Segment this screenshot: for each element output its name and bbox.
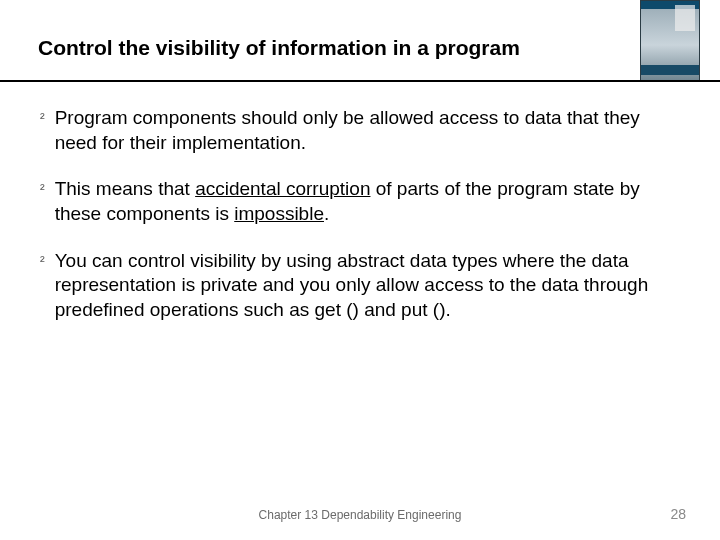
bullet-item: ²You can control visibility by using abs…	[38, 249, 682, 323]
slide-body: ²Program components should only be allow…	[38, 80, 682, 323]
text-segment: .	[324, 203, 329, 224]
text-segment: You can control visibility by using abst…	[55, 250, 649, 320]
bullet-item: ²This means that accidental corruption o…	[38, 177, 682, 226]
footer-text: Chapter 13 Dependability Engineering	[0, 508, 720, 522]
bullet-text: You can control visibility by using abst…	[55, 249, 682, 323]
slide: Control the visibility of information in…	[0, 0, 720, 540]
text-segment: Program components should only be allowe…	[55, 107, 640, 153]
text-segment: This means that	[55, 178, 195, 199]
page-number: 28	[670, 506, 686, 522]
book-cover-image	[640, 0, 700, 82]
bullet-item: ²Program components should only be allow…	[38, 106, 682, 155]
slide-title: Control the visibility of information in…	[38, 30, 598, 66]
bullet-marker: ²	[38, 249, 45, 274]
divider	[0, 80, 720, 82]
bullet-text: Program components should only be allowe…	[55, 106, 682, 155]
bullet-marker: ²	[38, 177, 45, 202]
bullet-text: This means that accidental corruption of…	[55, 177, 682, 226]
bullet-marker: ²	[38, 106, 45, 131]
underlined-text: accidental corruption	[195, 178, 370, 199]
header: Control the visibility of information in…	[38, 30, 682, 80]
underlined-text: impossible	[234, 203, 324, 224]
